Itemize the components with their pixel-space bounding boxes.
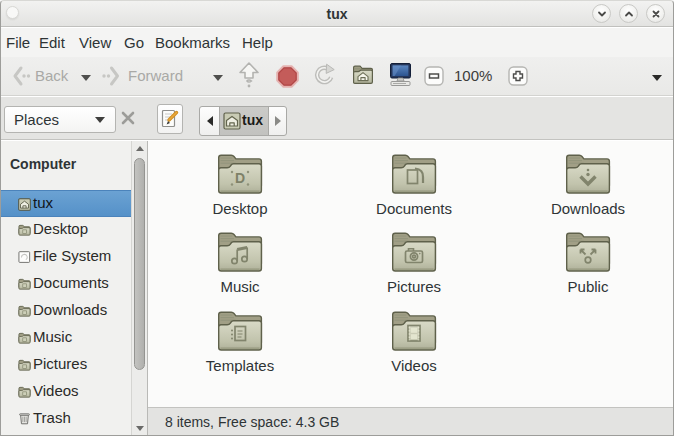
- svg-text:D: D: [235, 170, 245, 186]
